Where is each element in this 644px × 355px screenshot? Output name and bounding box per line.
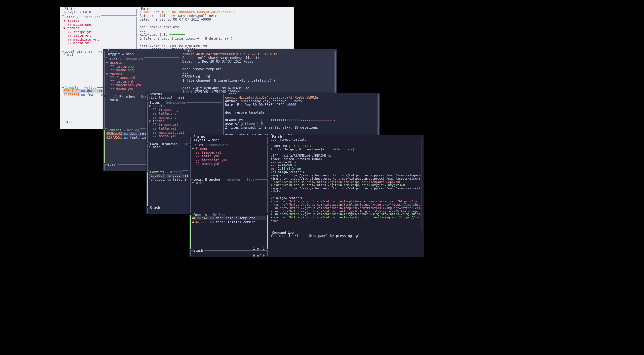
files-pane[interactable]: Files - Submodules ▼ assets ?? mocha.png… [62, 17, 137, 49]
pane-footer: 1 of 2 [252, 247, 265, 250]
diff-line: diff --git a/README.md b/README.md [140, 44, 291, 48]
file-group[interactable]: ▼ themes [149, 119, 220, 123]
file-group[interactable]: ▼ themes [63, 26, 135, 30]
file-item[interactable]: ?? latte.png [106, 65, 178, 69]
scrollbar[interactable] [421, 138, 422, 230]
file-item[interactable]: ?? mocha.png [63, 23, 135, 27]
status-pane[interactable]: Status lazygit → main [62, 9, 137, 16]
stash-pane[interactable]: Stash 0 of 0 [190, 250, 268, 256]
status-pane[interactable]: Status ↑1↓1 lazygit → main [147, 94, 222, 101]
status-pane[interactable]: Status lazygit → main [104, 51, 179, 58]
diff-line: Author: nullishamy <amy.codes@null.net> [140, 14, 291, 18]
status-pane[interactable]: Status lazygit → main [190, 137, 268, 144]
diff-line: commit 403b1c422a0cfdd0000e01c0a320720f0… [140, 10, 291, 14]
files-pane[interactable]: Files - Submodules ▼ themes ?? frappe.ym… [190, 145, 268, 178]
file-item[interactable]: ?? frappe.yml [63, 30, 135, 34]
file-item[interactable]: ?? macchiato.yml [106, 83, 178, 87]
files-pane[interactable]: Files - Submodules ▼ assets ?? latte.png… [104, 59, 179, 95]
diff-line: --- [140, 29, 291, 33]
diff-line: Date: Fri Dec 30 00:07:07 2022 +0000 [140, 18, 291, 22]
diff-line: README.md | 16 ++++++++-------- [140, 33, 291, 37]
file-group[interactable]: ▼ themes [106, 72, 178, 76]
file-item[interactable]: ?? latte.yml [106, 80, 178, 84]
file-item[interactable]: ?? macchiato.yml [149, 131, 220, 135]
file-item[interactable]: ?? frappe.yml [106, 76, 178, 80]
file-item[interactable]: ?? frappe.png [149, 108, 220, 112]
file-group[interactable]: ▼ assets [63, 19, 135, 23]
command-log-pane[interactable]: Command Log You can hide/focus this pane… [269, 233, 422, 256]
file-item[interactable]: ?? frappe.yml [192, 151, 266, 155]
file-item[interactable]: ?? mocha.yml [106, 87, 178, 91]
branch-item[interactable]: * main [192, 181, 266, 185]
file-item[interactable]: ?? latte.yml [63, 34, 135, 38]
diff-line: doc: remove template [140, 25, 291, 29]
diff-line: 1 file changed, 8 insertions(+), 8 delet… [140, 37, 291, 41]
pane-title: Stash [65, 121, 75, 124]
file-item[interactable]: ?? mocha.yml [192, 162, 266, 166]
commit-item[interactable]: 42473551 nu feat: initial commit [192, 220, 266, 224]
file-item[interactable]: ?? latte.yml [192, 154, 266, 158]
status-line: lazygit → main [63, 10, 91, 14]
file-group[interactable]: ▼ themes [192, 147, 266, 151]
file-item[interactable]: ?? latte.png [149, 112, 220, 116]
file-item[interactable]: ?? mocha.png [149, 116, 220, 120]
lazygit-window-mocha: Status lazygit → main Files - Submodules… [189, 135, 424, 257]
branches-pane[interactable]: Local Branches - Remotes - Tags * main [190, 179, 268, 213]
file-item[interactable]: ?? latte.yml [149, 127, 220, 131]
commit-item[interactable]: 403b1c42 nu doc: remove template [192, 216, 266, 220]
patch-pane[interactable]: Patch doc: remove template README.md | 1… [269, 137, 422, 231]
file-item[interactable]: ?? mocha.png [106, 68, 178, 72]
commits-pane[interactable]: Commits - Reflog 403b1c42 nu doc: remove… [190, 215, 268, 249]
file-item[interactable]: ?? frappe.yml [149, 123, 220, 127]
cmdlog-hint: You can hide/focus this panel by pressin… [271, 234, 421, 238]
file-group[interactable]: ▼ assets [106, 61, 178, 65]
pane-footer: 0 of 0 [252, 254, 265, 257]
file-group[interactable]: ▼ assets [149, 104, 220, 108]
file-item[interactable]: ?? mocha.yml [63, 41, 135, 45]
file-item[interactable]: ?? macchiato.yml [192, 158, 266, 162]
file-item[interactable]: ?? macchiato.yml [63, 38, 135, 42]
